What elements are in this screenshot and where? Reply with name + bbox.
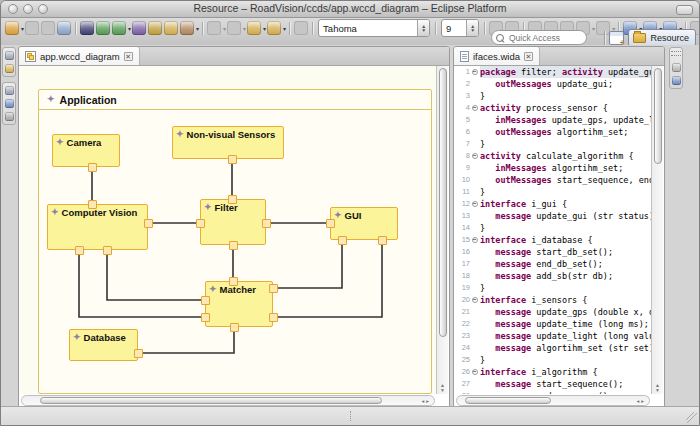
port-gui[interactable] [326, 219, 335, 228]
synchronize-view-icon[interactable] [672, 76, 681, 85]
combo-stepper[interactable]: ▲▼ [466, 20, 478, 36]
code-line[interactable]: 24 message algortihm_set (str set); [455, 342, 651, 354]
connection-wire[interactable] [79, 250, 205, 317]
project-explorer-view-icon[interactable] [5, 64, 14, 73]
port-computer-vision[interactable] [75, 246, 84, 255]
scrollbar-thumb[interactable] [40, 397, 382, 404]
port-database[interactable] [134, 349, 143, 358]
code-line[interactable]: 5 inMessages update_gps, update_light; [455, 114, 651, 126]
code-line[interactable]: 10 outMessages start_sequence, end_seque… [455, 174, 651, 186]
scrollbar-arrows-icon[interactable]: ▲▼ [652, 383, 663, 393]
combo-stepper[interactable]: ▲▼ [417, 20, 429, 36]
dropdown-arrow-icon[interactable]: ▾ [196, 25, 199, 32]
save-all-icon[interactable] [41, 21, 55, 35]
code-line[interactable]: 27 message start_sequence(); [455, 378, 651, 390]
code-line[interactable]: 28 message end_sequence(); [455, 390, 651, 394]
close-tab-icon[interactable]: ✕ [124, 52, 133, 61]
component-node-computer-vision[interactable]: ✦Computer Vision [47, 204, 148, 250]
port-filter[interactable] [262, 219, 271, 228]
open-resource-icon[interactable] [164, 21, 178, 35]
run-icon[interactable] [148, 21, 162, 35]
port-matcher[interactable] [230, 323, 239, 332]
restore-view-2-icon[interactable] [5, 86, 14, 95]
minimize-window-button[interactable] [23, 4, 33, 14]
code-line[interactable]: 19} [455, 282, 651, 294]
port-matcher[interactable] [201, 313, 210, 322]
font-family-combo[interactable]: Tahoma▲▼ [318, 19, 430, 37]
code-line[interactable]: 2 outMessages update_gui; [455, 78, 651, 90]
port-gui[interactable] [338, 236, 347, 245]
code-line[interactable]: 11} [455, 186, 651, 198]
dropdown-arrow-icon[interactable]: ▾ [263, 25, 266, 32]
save-icon[interactable] [25, 21, 39, 35]
port-filter[interactable] [196, 219, 205, 228]
code-line[interactable]: 17 message end_db_set(); [455, 258, 651, 270]
port-matcher[interactable] [269, 313, 278, 322]
code-area[interactable]: 1package filter; activity update_gui {2 … [455, 66, 651, 394]
fold-toggle-icon[interactable] [470, 102, 480, 114]
component-node-filter[interactable]: ✦Filter [200, 199, 266, 245]
tab-ifaces-wida[interactable]: ifaces.wida ✕ [454, 47, 540, 65]
fold-toggle-icon[interactable] [470, 366, 480, 378]
code-line[interactable]: 13 message update_gui (str status); [455, 210, 651, 222]
code-line[interactable]: 9 inMessages algortihm_set; [455, 162, 651, 174]
component-node-matcher[interactable]: ✦Matcher [205, 281, 273, 327]
resize-grip[interactable] [686, 412, 697, 423]
zoom-window-button[interactable] [38, 4, 48, 14]
code-line[interactable]: 4activity process_sensor { [455, 102, 651, 114]
back-icon[interactable] [247, 21, 261, 35]
port-gui[interactable] [378, 236, 387, 245]
close-window-button[interactable] [8, 4, 18, 14]
scrollbar-thumb[interactable] [439, 68, 447, 337]
port-filter[interactable] [229, 241, 238, 250]
dropdown-arrow-icon[interactable]: ▾ [128, 25, 131, 32]
fold-toggle-icon[interactable] [470, 234, 480, 246]
code-line[interactable]: 16 message start_db_set(); [455, 246, 651, 258]
port-computer-vision[interactable] [144, 219, 153, 228]
fold-toggle-icon[interactable] [470, 66, 480, 78]
dropdown-arrow-icon[interactable]: ▾ [283, 25, 286, 32]
code-line[interactable]: 1package filter; activity update_gui { [455, 66, 651, 78]
dropdown-arrow-icon[interactable]: ▾ [243, 25, 246, 32]
fold-toggle-icon[interactable] [470, 294, 480, 306]
quick-access-field[interactable] [491, 30, 587, 45]
diagram-vertical-scrollbar[interactable]: ▲▼ [436, 66, 448, 394]
scrollbar-arrows-icon[interactable]: ◂▸ [636, 398, 646, 404]
diagram-horizontal-scrollbar[interactable]: ◂▸ [21, 395, 435, 406]
minimize-editor-icon[interactable] [672, 63, 681, 72]
code-line[interactable]: 12interface i_gui { [455, 198, 651, 210]
code-line[interactable]: 8activity calculate_algorithm { [455, 150, 651, 162]
restore-view-icon[interactable] [5, 51, 14, 60]
connection-wire[interactable] [273, 240, 342, 288]
debug-icon[interactable] [132, 21, 146, 35]
forward-icon[interactable] [267, 21, 281, 35]
code-line[interactable]: 3} [455, 90, 651, 102]
code-horizontal-scrollbar[interactable]: ◂▸ [456, 395, 650, 406]
open-perspective-button[interactable] [609, 31, 624, 45]
code-line[interactable]: 25} [455, 354, 651, 366]
highlighter-icon[interactable] [180, 21, 194, 35]
code-line[interactable]: 6 outMessages algortihm_set; [455, 126, 651, 138]
open-search-icon[interactable] [96, 21, 110, 35]
port-sensors[interactable] [228, 155, 237, 164]
dropdown-arrow-icon[interactable]: ▾ [223, 25, 226, 32]
search-icon[interactable] [112, 21, 126, 35]
port-computer-vision[interactable] [88, 200, 97, 209]
drag-handle[interactable] [671, 51, 681, 56]
port-camera[interactable] [88, 163, 97, 172]
outline-view-icon[interactable] [5, 99, 14, 108]
tasks-view-icon[interactable] [5, 112, 14, 121]
code-line[interactable]: 21 message update_gps (double x, double … [455, 306, 651, 318]
port-matcher[interactable] [201, 296, 210, 305]
scrollbar-arrows-icon[interactable]: ▲▼ [437, 383, 448, 393]
port-computer-vision[interactable] [103, 246, 112, 255]
connection-wire[interactable] [273, 240, 382, 317]
scrollbar-arrows-icon[interactable]: ◂▸ [421, 398, 431, 404]
code-line[interactable]: 23 message update_light (long value); [455, 330, 651, 342]
code-line[interactable]: 15interface i_database { [455, 234, 651, 246]
run-external-tools-icon[interactable] [80, 21, 94, 35]
scrollbar-thumb[interactable] [465, 397, 551, 404]
connection-wire[interactable] [107, 250, 205, 300]
code-vertical-scrollbar[interactable]: ▲▼ [651, 66, 663, 394]
sash-handle[interactable] [350, 411, 352, 421]
